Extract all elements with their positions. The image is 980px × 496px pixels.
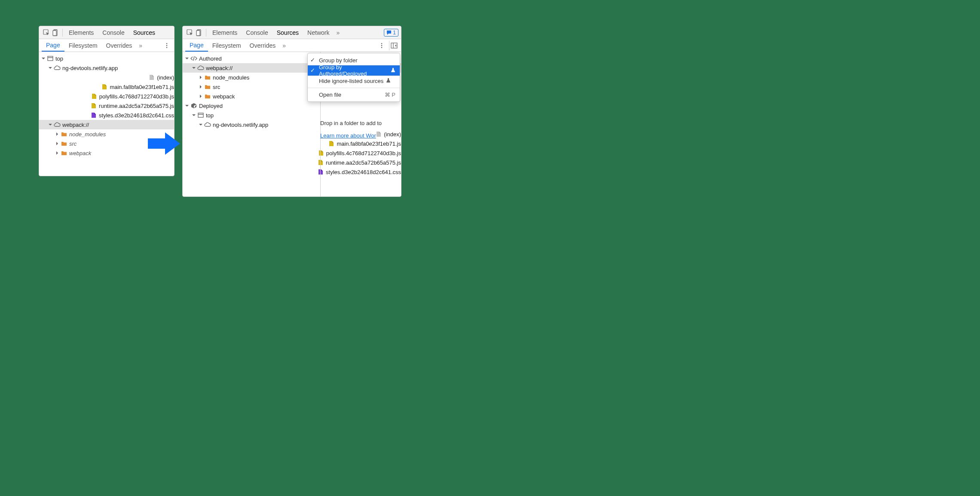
tree-domain[interactable]: ng-devtools.netlify.app [39,63,174,73]
tree-deployed-section[interactable]: Deployed [183,101,401,110]
tab-console[interactable]: Console [98,26,129,39]
svg-point-5 [166,47,168,48]
check-icon: ✓ [310,67,315,73]
menu-label: Hide ignore-listed sources [319,78,383,84]
tree-label: ng-devtools.netlify.app [62,65,118,71]
tree-label: webpack [213,93,235,100]
deploy-icon [190,102,197,109]
feedback-badge[interactable]: 1 [384,29,398,37]
hint-text: Drop in a folder to add to [320,120,398,126]
subtab-overrides[interactable]: Overrides [102,39,137,52]
chevron-down-icon [48,65,53,70]
tree-label: Deployed [199,103,223,109]
tab-elements[interactable]: Elements [208,26,242,39]
folder-icon [61,131,67,138]
device-toggle-icon[interactable] [51,28,61,37]
file-styles-css[interactable]: styles.d3e2b24618d2c641.css [39,110,174,120]
sources-sub-tab-bar: Page Filesystem Overrides » [39,39,174,52]
arrow-right-icon [148,132,180,156]
css-file-icon [317,168,324,175]
more-tabs-icon[interactable]: » [136,42,145,49]
kebab-menu-icon[interactable] [162,41,172,50]
menu-group-by-authored-deployed[interactable]: ✓ Group by Authored/Deployed [308,65,400,76]
file-polyfills-js[interactable]: polyfills.4c768d7122740d3b.js [183,148,401,158]
tab-console[interactable]: Console [242,26,272,39]
file-polyfills-js[interactable]: polyfills.4c768d7122740d3b.js [39,92,174,101]
tab-elements[interactable]: Elements [64,26,98,39]
tree-label: ng-devtools.netlify.app [213,122,268,128]
learn-more-link[interactable]: Learn more about Wor [320,132,376,139]
keyboard-shortcut: ⌘ P [379,92,395,98]
js-file-icon [91,93,98,100]
tree-label: webpack [69,150,91,156]
tree-top[interactable]: top [39,54,174,63]
subtab-overrides[interactable]: Overrides [245,39,280,52]
chevron-down-icon [184,103,190,108]
svg-rect-16 [198,113,203,117]
more-tabs-icon[interactable]: » [280,42,288,49]
css-file-icon [90,112,97,119]
subtab-page[interactable]: Page [185,39,208,52]
tree-label: polyfills.4c768d7122740d3b.js [99,93,174,100]
tab-network[interactable]: Network [303,26,334,39]
svg-point-13 [381,47,383,48]
tree-label: main.fa8bfa0e23f1eb71.js [110,84,174,90]
subtab-page[interactable]: Page [42,39,64,52]
inspect-icon[interactable] [42,28,51,37]
js-file-icon [101,83,108,90]
more-tabs-icon[interactable]: » [334,29,342,36]
file-runtime-js[interactable]: runtime.aa2dc5a72b65a575.js [183,158,401,167]
divider [206,29,206,37]
folder-icon [61,140,67,147]
menu-open-file[interactable]: Open file ⌘ P [308,88,400,100]
chevron-down-icon [191,113,196,118]
inspect-icon[interactable] [185,28,195,37]
devtools-panel-after: Elements Console Sources Network » 1 Pag… [182,26,401,197]
file-index[interactable]: (index) [39,73,174,82]
menu-label: Group by folder [319,57,358,64]
folder-icon [204,83,211,90]
chevron-down-icon [191,65,196,70]
frame-icon [47,55,54,62]
tree-label: webpack:// [62,122,89,128]
device-toggle-icon[interactable] [195,28,204,37]
svg-point-11 [381,43,383,44]
tab-sources[interactable]: Sources [129,26,159,39]
js-file-icon [318,150,325,156]
file-styles-css[interactable]: styles.d3e2b24618d2c641.css [183,167,401,177]
subtab-filesystem[interactable]: Filesystem [208,39,245,52]
chevron-right-icon [55,132,60,137]
svg-point-3 [166,43,168,44]
tree-top[interactable]: top [183,110,401,120]
kebab-menu-icon[interactable] [377,41,386,50]
chevron-right-icon [198,75,203,80]
subtab-filesystem[interactable]: Filesystem [64,39,102,52]
workspace-hint: Drop in a folder to add to Learn more ab… [320,120,398,139]
menu-hide-ignore-listed[interactable]: Hide ignore-listed sources [308,76,400,86]
tree-label: runtime.aa2dc5a72b65a575.js [326,159,401,166]
folder-icon [204,74,211,81]
chevron-right-icon [198,84,203,89]
flask-icon [391,67,395,74]
js-file-icon [90,102,97,109]
chevron-down-icon [184,56,190,61]
chevron-down-icon [48,122,53,127]
file-main-js[interactable]: main.fa8bfa0e23f1eb71.js [39,82,174,92]
js-file-icon [328,140,335,147]
tree-label: top [55,55,63,62]
tree-label: src [69,141,77,147]
chevron-right-icon [55,150,60,156]
tab-sources[interactable]: Sources [273,26,303,39]
chevron-down-icon [198,122,203,127]
folder-icon [61,150,67,156]
file-runtime-js[interactable]: runtime.aa2dc5a72b65a575.js [39,101,174,110]
tree-label: main.fa8bfa0e23f1eb71.js [337,141,401,147]
tree-label: node_modules [69,131,106,138]
file-main-js[interactable]: main.fa8bfa0e23f1eb71.js [183,139,401,148]
svg-point-4 [166,45,168,46]
chevron-down-icon [41,56,46,61]
collapse-sidebar-icon[interactable] [389,41,398,50]
cloud-icon [54,121,61,128]
tree-webpack[interactable]: webpack:// [39,120,174,129]
frame-icon [197,112,204,119]
